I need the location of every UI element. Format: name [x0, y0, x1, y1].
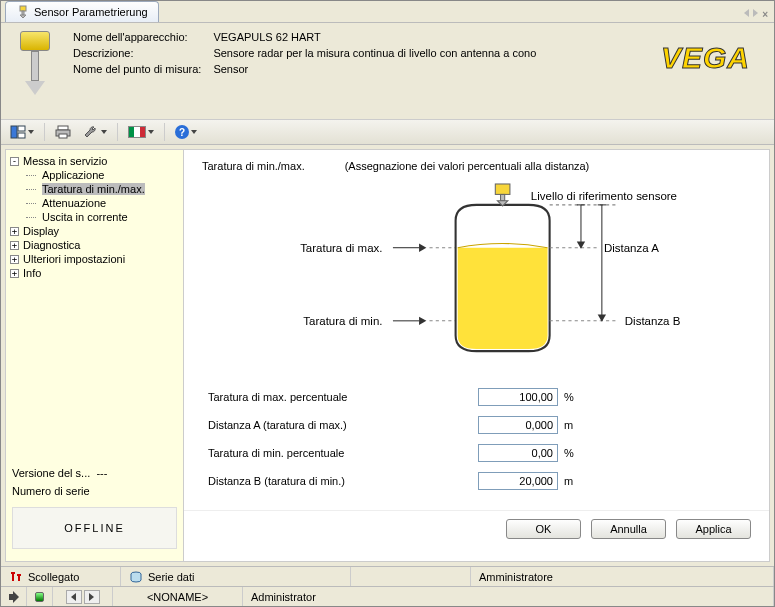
svg-marker-25 [598, 315, 606, 322]
tab-label: Sensor Parametrierung [34, 6, 148, 18]
svg-rect-15 [495, 184, 510, 194]
prev-button[interactable] [66, 590, 82, 604]
close-tab-icon[interactable]: × [762, 9, 768, 20]
distance-b-unit: m [564, 475, 578, 487]
caret-icon [191, 130, 197, 134]
status-noname: <NONAME> [147, 591, 208, 603]
tree-node-label: Ulteriori impostazioni [23, 253, 125, 265]
min-percent-label: Taratura di min. percentuale [208, 447, 478, 459]
tree-node-label: Attenuazione [42, 197, 106, 209]
sensor-icon [16, 5, 30, 19]
min-percent-input[interactable] [478, 444, 558, 462]
svg-marker-10 [419, 244, 426, 252]
min-percent-unit: % [564, 447, 578, 459]
caret-icon [148, 130, 154, 134]
device-desc-label: Descrizione: [73, 47, 201, 59]
expand-icon[interactable]: + [10, 269, 19, 278]
status-series: Serie dati [148, 571, 194, 583]
tree-node[interactable]: +Diagnostica [8, 238, 181, 252]
version-value: --- [96, 467, 107, 479]
tree-node-label: Info [23, 267, 41, 279]
help-icon: ? [175, 125, 189, 139]
toolbar-help-button[interactable]: ? [170, 122, 202, 142]
caret-icon [101, 130, 107, 134]
expand-icon[interactable]: + [10, 241, 19, 250]
next-button[interactable] [84, 590, 100, 604]
device-name-value: VEGAPULS 62 HART [213, 31, 536, 43]
measure-point-value: Sensor [213, 63, 536, 75]
distance-b-label: Distanza B (taratura di min.) [208, 475, 478, 487]
tabbar-controls: × [738, 7, 774, 22]
toolbar-print-button[interactable] [50, 121, 76, 143]
svg-rect-4 [18, 126, 25, 131]
diag-dist-b: Distanza B [625, 315, 681, 327]
collapse-icon[interactable]: - [10, 157, 19, 166]
tree-node[interactable]: Applicazione [8, 168, 181, 182]
ok-button[interactable]: OK [506, 519, 581, 539]
tree-node-label: Uscita in corrente [42, 211, 128, 223]
navigation-tree: -Messa in servizioApplicazioneTaratura d… [6, 150, 184, 561]
speaker-icon[interactable] [9, 591, 18, 603]
toolbar-layout-button[interactable] [5, 121, 39, 143]
max-percent-label: Taratura di max. percentuale [208, 391, 478, 403]
status-admin: Amministratore [479, 571, 553, 583]
device-desc-value: Sensore radar per la misura continua di … [213, 47, 536, 59]
device-image [15, 31, 55, 109]
tree-node[interactable]: +Display [8, 224, 181, 238]
content-subtitle: (Assegnazione dei valori percentuali all… [345, 160, 590, 172]
content-title: Taratura di min./max. [202, 160, 305, 172]
version-label: Versione del s... [12, 467, 90, 479]
svg-rect-16 [501, 194, 505, 200]
layout-icon [10, 124, 26, 140]
tree-node[interactable]: +Ulteriori impostazioni [8, 252, 181, 266]
tab-sensor-param[interactable]: Sensor Parametrierung [5, 1, 159, 22]
device-name-label: Nome dell'apparecchio: [73, 31, 201, 43]
offline-status: OFFLINE [12, 507, 177, 549]
database-icon [129, 571, 143, 583]
cancel-button[interactable]: Annulla [591, 519, 666, 539]
tree-node[interactable]: +Info [8, 266, 181, 280]
svg-rect-6 [58, 126, 68, 130]
distance-a-input[interactable] [478, 416, 558, 434]
tree-node-label: Applicazione [42, 169, 104, 181]
wrench-icon [83, 124, 99, 140]
prev-tab-icon[interactable] [744, 9, 749, 17]
toolbar-language-button[interactable] [123, 123, 159, 141]
svg-rect-5 [18, 133, 25, 138]
tree-node-label: Taratura di min./max. [42, 183, 145, 195]
expand-icon[interactable]: + [10, 227, 19, 236]
tree-node[interactable]: Attenuazione [8, 196, 181, 210]
caret-icon [28, 130, 34, 134]
diag-ref-level: Livello di riferimento sensore [531, 190, 677, 202]
max-percent-unit: % [564, 391, 578, 403]
tree-node[interactable]: -Messa in servizio [8, 154, 181, 168]
vega-logo: VEGA [661, 31, 760, 75]
distance-b-input[interactable] [478, 472, 558, 490]
distance-a-label: Distanza A (taratura di max.) [208, 419, 478, 431]
tree-node[interactable]: Taratura di min./max. [8, 182, 181, 196]
max-percent-input[interactable] [478, 388, 558, 406]
expand-icon[interactable]: + [10, 255, 19, 264]
status-admin2: Administrator [251, 591, 316, 603]
svg-rect-1 [22, 11, 24, 15]
diag-dist-a: Distanza A [604, 242, 659, 254]
apply-button[interactable]: Applica [676, 519, 751, 539]
tree-node-label: Diagnostica [23, 239, 80, 251]
flag-it-icon [128, 126, 146, 138]
svg-rect-3 [11, 126, 17, 138]
measure-point-label: Nome del punto di misura: [73, 63, 201, 75]
tree-node-label: Messa in servizio [23, 155, 107, 167]
printer-icon [55, 124, 71, 140]
toolbar-wrench-button[interactable] [78, 121, 112, 143]
diag-max-level: Taratura di max. [300, 242, 382, 254]
distance-a-unit: m [564, 419, 578, 431]
svg-marker-13 [419, 317, 426, 325]
tank-diagram: Taratura di max. Taratura di min. [184, 178, 769, 378]
svg-rect-8 [59, 134, 67, 138]
svg-marker-2 [20, 15, 26, 18]
status-led-icon [35, 592, 44, 602]
tree-node[interactable]: Uscita in corrente [8, 210, 181, 224]
tree-node-label: Display [23, 225, 59, 237]
next-tab-icon[interactable] [753, 9, 758, 17]
serial-label: Numero di serie [12, 485, 90, 497]
